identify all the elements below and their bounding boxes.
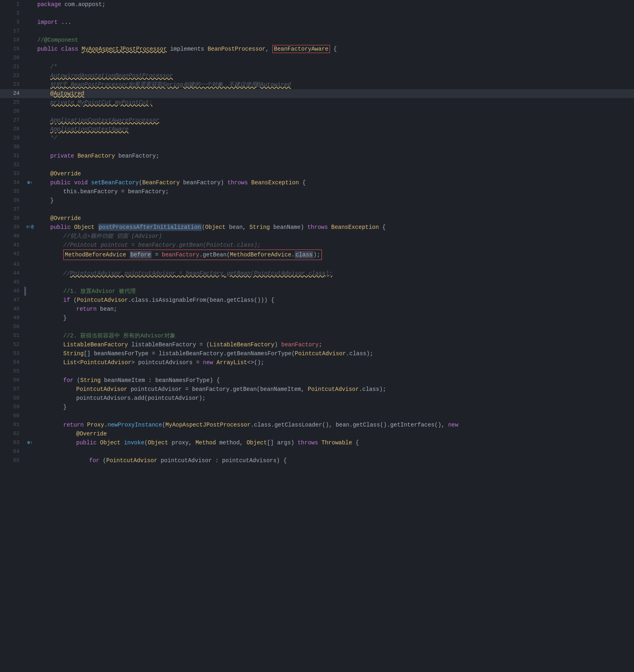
line-num-63: 63 (0, 438, 24, 447)
line-65: 65 for (PointcutAdvisor pointcutAdvisor … (0, 456, 634, 465)
line-ind-54 (24, 358, 36, 367)
line-42: 42 MethodBeforeAdvice before = beanFacto… (0, 250, 634, 260)
line-47: 47 if (PointcutAdvisor.class.isAssignabl… (0, 296, 634, 305)
line-num-45: 45 (0, 278, 24, 287)
line-code-47: if (PointcutAdvisor.class.isAssignableFr… (36, 296, 634, 305)
line-ind-20 (24, 53, 36, 62)
line-num-58: 58 (0, 394, 24, 403)
line-ind-30 (24, 143, 36, 151)
line-ind-62 (24, 429, 36, 438)
line-ind-57 (24, 385, 36, 394)
line-code-31: private BeanFactory beanFactory; (36, 151, 634, 160)
line-43: 43 (0, 260, 634, 269)
line-48: 48 return bean; (0, 305, 634, 314)
line-num-27: 27 (0, 116, 24, 125)
line-code-61: return Proxy.newProxyInstance(MyAopAspec… (36, 420, 634, 429)
line-code-42: MethodBeforeAdvice before = beanFactory.… (36, 250, 634, 260)
line-2: 2 (0, 9, 634, 18)
line-num-35: 35 (0, 187, 24, 196)
line-code-64 (36, 447, 634, 456)
line-num-36: 36 (0, 196, 24, 205)
line-63: 63 ⊙↑ public Object invoke(Object proxy,… (0, 438, 634, 447)
line-ind-33 (24, 169, 36, 178)
line-num-25: 25 (0, 98, 24, 107)
line-code-21: /* (36, 62, 634, 71)
line-code-1: package com.aoppost; (36, 0, 634, 9)
line-num-46: 46 (0, 287, 24, 296)
line-num-23: 23 (0, 80, 24, 89)
line-code-3: import ... (36, 18, 634, 27)
line-ind-47 (24, 296, 36, 305)
line-num-33: 33 (0, 169, 24, 178)
line-code-62: @Override (36, 429, 634, 438)
line-num-19: 19 (0, 45, 24, 53)
line-24: 24 @Autowired (0, 89, 634, 98)
line-num-55: 55 (0, 367, 24, 376)
line-ind-46 (24, 287, 36, 296)
line-num-38: 38 (0, 214, 24, 223)
line-code-2 (36, 9, 634, 18)
line-num-30: 30 (0, 143, 24, 151)
line-num-59: 59 (0, 403, 24, 412)
line-38: 38 @Override (0, 214, 634, 223)
line-ind-27 (24, 116, 36, 125)
line-26: 26 (0, 107, 634, 116)
line-ind-1 (24, 0, 36, 9)
line-37: 37 (0, 205, 634, 214)
line-code-55 (36, 367, 634, 376)
line-code-41: //Pointcut pointcut = beanFactory.getBea… (36, 241, 634, 250)
line-num-37: 37 (0, 205, 24, 214)
line-ind-63: ⊙↑ (24, 438, 36, 447)
line-code-23: 针对于 BeanPostProcessor如果需要获取Spring创建的一个对象… (36, 80, 634, 89)
line-3: 3 import ... (0, 18, 634, 27)
line-num-43: 43 (0, 260, 24, 269)
line-num-50: 50 (0, 322, 24, 331)
line-num-40: 40 (0, 232, 24, 241)
line-31: 31 private BeanFactory beanFactory; (0, 151, 634, 160)
line-num-32: 32 (0, 160, 24, 169)
line-ind-58 (24, 394, 36, 403)
line-28: 28 ApplicationContextAware (0, 125, 634, 134)
line-code-36: } (36, 196, 634, 205)
line-num-41: 41 (0, 241, 24, 250)
line-45: 45 (0, 278, 634, 287)
line-code-38: @Override (36, 214, 634, 223)
line-code-52: ListableBeanFactory listableBeanFactory … (36, 340, 634, 349)
line-num-29: 29 (0, 134, 24, 143)
line-21: 21 /* (0, 62, 634, 71)
line-num-24: 24 (0, 89, 24, 98)
line-50: 50 (0, 322, 634, 331)
line-27: 27 ApplicationContextAwareProcessor (0, 116, 634, 125)
line-code-63: public Object invoke(Object proxy, Metho… (36, 438, 634, 447)
line-ind-19 (24, 45, 36, 53)
line-62: 62 @Override (0, 429, 634, 438)
line-32: 32 (0, 160, 634, 169)
line-ind-52 (24, 340, 36, 349)
line-ind-55 (24, 367, 36, 376)
line-ind-35 (24, 187, 36, 196)
line-code-17 (36, 27, 634, 36)
line-52: 52 ListableBeanFactory listableBeanFacto… (0, 340, 634, 349)
line-code-27: ApplicationContextAwareProcessor (36, 116, 634, 125)
line-18: 18 //@Component (0, 36, 634, 45)
line-num-56: 56 (0, 376, 24, 385)
line-num-51: 51 (0, 331, 24, 340)
code-editor: 1 package com.aoppost; 2 3 import ... 17… (0, 0, 634, 672)
line-num-34: 34 (0, 178, 24, 187)
line-num-18: 18 (0, 36, 24, 45)
line-ind-34: ⊙↑ (24, 178, 36, 187)
line-num-3: 3 (0, 18, 24, 27)
line-ind-38 (24, 214, 36, 223)
line-ind-59 (24, 403, 36, 412)
line-num-52: 52 (0, 340, 24, 349)
line-num-2: 2 (0, 9, 24, 18)
line-17: 17 (0, 27, 634, 36)
line-num-28: 28 (0, 125, 24, 134)
line-code-56: for (String beanNameItem : beanNamesForT… (36, 376, 634, 385)
line-num-54: 54 (0, 358, 24, 367)
line-code-35: this.beanFactory = beanFactory; (36, 187, 634, 196)
code-lines: 1 package com.aoppost; 2 3 import ... 17… (0, 0, 634, 672)
line-54: 54 List<PointcutAdvisor> pointcutAdvisor… (0, 358, 634, 367)
line-num-65: 65 (0, 456, 24, 465)
line-ind-50 (24, 322, 36, 331)
